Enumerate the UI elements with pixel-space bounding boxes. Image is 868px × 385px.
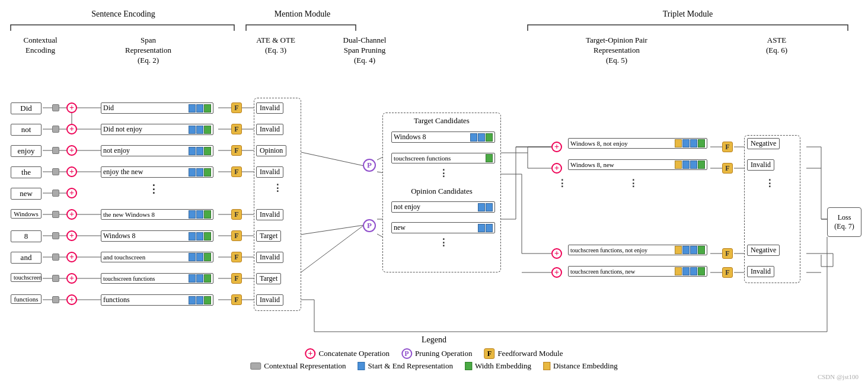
span-functions: functions (101, 294, 213, 306)
triplet-module-header: Triplet Module (528, 9, 848, 19)
watermark: CSDN @jst100 (818, 373, 859, 380)
span-and-touchscreen: and touchscreen (101, 252, 213, 262)
word-the: the (11, 166, 42, 178)
col-dual-channel: Dual-ChannelSpan Pruning(Eq. 4) (329, 36, 400, 66)
plus-6: + (66, 209, 77, 220)
word-enjoy: enjoy (11, 145, 42, 157)
plus-2: + (66, 124, 77, 134)
oc-not-enjoy: not enjoy (391, 201, 495, 213)
legend-row-1: + Concatenate Operation P Pruning Operat… (250, 348, 617, 359)
aste-negative-1: Negative (747, 138, 780, 149)
col-target-opinion-pair: Target-Opinion PairRepresentation(Eq. 5) (557, 36, 676, 66)
span-touchscreen-functions: touchscreen functions (101, 273, 213, 284)
f-aste-4: F (722, 267, 733, 278)
ctx-repr-6 (52, 211, 59, 218)
label-invalid-10: Invalid (256, 294, 283, 306)
ctx-repr-1 (52, 104, 59, 111)
pair-plus-3: + (551, 248, 562, 259)
col-ate-ote: ATE & OTE(Eq. 3) (246, 36, 305, 56)
label-invalid-8: Invalid (256, 252, 283, 263)
span-not-enjoy: not enjoy (101, 145, 213, 156)
pair-plus-4: + (551, 267, 562, 278)
f-icon-4: F (231, 166, 242, 177)
plus-8: + (66, 252, 77, 262)
diagram: Sentence Encoding Mention Module Triplet… (0, 0, 868, 385)
tc-dots: ⋮ (439, 168, 448, 179)
svg-line-49 (293, 225, 364, 236)
pair-dots-1: ⋮ (557, 178, 567, 189)
col-aste: ASTE(Eq. 6) (753, 36, 800, 56)
p-icon-opinion: P (363, 219, 376, 232)
span-did-not-enjoy: Did not enjoy (101, 124, 213, 135)
span-dots-mid: ⋮ (148, 182, 159, 195)
ctx-repr-7 (52, 232, 59, 239)
f-icon-10: F (231, 294, 242, 305)
p-icon-target: P (363, 159, 376, 172)
pair-dots-mid: ⋮ (628, 178, 638, 189)
pair-windows8-new: Windows 8, new (568, 159, 707, 170)
legend-ctx-repr: Contextual Representation (250, 361, 346, 371)
ctx-repr-5 (52, 190, 59, 197)
f-icon-2: F (231, 124, 242, 134)
plus-10: + (66, 294, 77, 305)
f-icon-9: F (231, 273, 242, 284)
span-windows8: Windows 8 (101, 230, 213, 242)
col-contextual-encoding: ContextualEncoding (11, 36, 70, 56)
word-8: 8 (11, 230, 42, 242)
tc-touchscreen-functions: touchscreen functions (391, 153, 495, 163)
legend: Legend + Concatenate Operation P Pruning… (250, 335, 617, 373)
label-target-9: Target (256, 273, 281, 284)
plus-7: + (66, 230, 77, 241)
pair-touchscreen-not-enjoy: touchscreen functions, not enjoy (568, 245, 707, 255)
legend-row-2: Contextual Representation Start & End Re… (250, 361, 617, 371)
loss-box: Loss(Eq. 7) (827, 207, 861, 237)
f-icon-3: F (231, 145, 242, 156)
pair-plus-2: + (551, 163, 562, 174)
oc-new: new (391, 222, 495, 233)
word-functions: functions (11, 294, 42, 304)
span-did: Did (101, 102, 213, 114)
aste-invalid-2: Invalid (747, 266, 774, 277)
target-candidates-header: Target Candidates (391, 116, 492, 126)
word-new: new (11, 188, 42, 200)
f-icon-1: F (231, 102, 242, 113)
f-aste-2: F (722, 163, 733, 174)
legend-pruning: P Pruning Operation (401, 348, 472, 359)
label-dots: ⋮ (273, 182, 282, 194)
svg-line-48 (293, 150, 364, 166)
legend-feedforward: F Feedforward Module (484, 348, 563, 359)
opinion-candidates-header: Opinion Candidates (391, 187, 492, 197)
aste-negative-2: Negative (747, 245, 780, 256)
plus-4: + (66, 166, 77, 177)
ctx-repr-8 (52, 254, 59, 261)
pair-touchscreen-new: touchscreen functions, new (568, 266, 707, 277)
plus-9: + (66, 273, 77, 284)
label-invalid-6: Invalid (256, 209, 283, 220)
pair-windows8-not-enjoy: Windows 8, not enjoy (568, 138, 707, 149)
legend-title: Legend (250, 335, 617, 345)
label-invalid-2: Invalid (256, 124, 283, 135)
ctx-repr-9 (52, 275, 59, 282)
legend-width: Width Embedding (465, 361, 531, 371)
word-not: not (11, 124, 42, 136)
plus-5: + (66, 188, 77, 198)
sentence-encoding-header: Sentence Encoding (11, 9, 236, 19)
span-enjoy-the-new: enjoy the new (101, 166, 213, 178)
oc-dots: ⋮ (439, 237, 448, 248)
label-target-7: Target (256, 230, 281, 242)
word-did: Did (11, 102, 42, 114)
plus-1: + (66, 102, 77, 113)
f-aste-1: F (722, 142, 733, 152)
legend-start-end: Start & End Representation (358, 361, 453, 371)
f-icon-6: F (231, 209, 242, 220)
ctx-repr-10 (52, 296, 59, 303)
label-invalid-1: Invalid (256, 102, 283, 114)
span-the-new-windows8: the new Windows 8 (101, 209, 213, 220)
col-span-representation: SpanRepresentation(Eq. 2) (95, 36, 202, 66)
word-and: and (11, 252, 42, 264)
label-invalid-4: Invalid (256, 166, 283, 178)
ctx-repr-2 (52, 126, 59, 133)
legend-distance: Distance Embedding (543, 361, 618, 371)
ctx-repr-4 (52, 168, 59, 175)
word-windows: Windows (11, 209, 42, 219)
